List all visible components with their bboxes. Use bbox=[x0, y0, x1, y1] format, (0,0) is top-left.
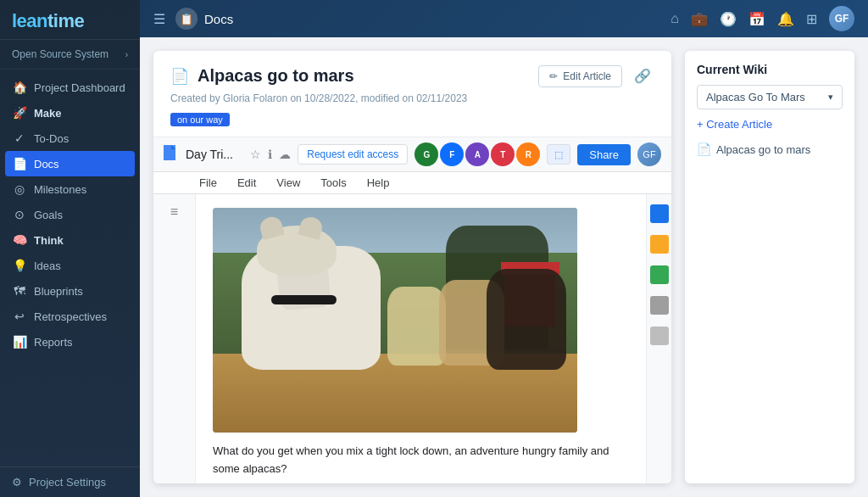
menu-file[interactable]: File bbox=[196, 174, 220, 192]
sidebar-item-label: To-Dos bbox=[34, 132, 69, 145]
wiki-article-item[interactable]: 📄 Alpacas go to mars bbox=[697, 139, 843, 159]
create-article-label: + Create Article bbox=[697, 118, 772, 131]
settings-label: Project Settings bbox=[29, 476, 106, 489]
retrospectives-icon: ↩ bbox=[12, 310, 27, 323]
create-article-link[interactable]: + Create Article bbox=[697, 118, 843, 131]
collaborator-avatar-5: R bbox=[516, 142, 540, 166]
link-icon[interactable]: 🔗 bbox=[631, 64, 654, 87]
calendar-nav-icon[interactable]: 📅 bbox=[748, 11, 765, 27]
bg-alpaca-dark bbox=[487, 269, 567, 370]
doc-panel: 📄 Alpacas go to mars ✏ Edit Article 🔗 Cr… bbox=[153, 51, 671, 483]
bell-nav-icon[interactable]: 🔔 bbox=[777, 11, 794, 27]
logo-area: leantime bbox=[0, 0, 140, 40]
clock-nav-icon[interactable]: 🕐 bbox=[720, 11, 737, 27]
sidebar-item-milestones[interactable]: ◎ Milestones bbox=[0, 176, 140, 202]
collaborator-avatar-4: T bbox=[491, 142, 515, 166]
right-sidebar-icon-2[interactable] bbox=[650, 235, 669, 254]
main-area: ☰ 📋 Docs ⌂ 💼 🕐 📅 🔔 ⊞ GF 📄 Alpacas go bbox=[140, 0, 868, 497]
cloud-save-icon: ☁ bbox=[279, 148, 291, 161]
sidebar-item-label: Think bbox=[34, 234, 64, 247]
outline-icon[interactable]: ≡ bbox=[170, 204, 178, 220]
blueprints-icon: 🗺 bbox=[12, 284, 27, 298]
project-settings[interactable]: ⚙ Project Settings bbox=[0, 466, 140, 497]
sidebar-item-reports[interactable]: 📊 Reports bbox=[0, 329, 140, 355]
sidebar-item-label: Docs bbox=[34, 158, 59, 170]
page-icon: 📋 bbox=[175, 8, 198, 30]
sidebar-item-project-dashboard[interactable]: 🏠 Project Dashboard bbox=[0, 75, 140, 100]
share-button[interactable]: Share bbox=[577, 144, 631, 165]
page-title-area: 📋 Docs bbox=[175, 8, 233, 30]
sidebar-item-label: Project Dashboard bbox=[34, 81, 125, 94]
sidebar-item-label: Make bbox=[34, 107, 62, 120]
doc-file-icon: 📄 bbox=[170, 67, 189, 86]
hamburger-menu[interactable]: ☰ bbox=[153, 11, 165, 27]
gdocs-doc-name: Day Tri... bbox=[186, 148, 243, 161]
nav-items: 🏠 Project Dashboard 🚀 Make ✓ To-Dos 📄 Do… bbox=[0, 70, 140, 466]
workspace-name: Open Source System bbox=[12, 48, 108, 60]
doc-title-row: 📄 Alpacas go to mars ✏ Edit Article 🔗 bbox=[170, 64, 654, 87]
sidebar-item-ideas[interactable]: 💡 Ideas bbox=[0, 253, 140, 278]
sidebar-item-label: Retrospectives bbox=[34, 310, 107, 323]
bg-alpaca-1 bbox=[387, 287, 446, 366]
wiki-selected-value: Alpacas Go To Mars bbox=[706, 91, 805, 103]
right-sidebar-icon-5[interactable] bbox=[650, 327, 669, 345]
topbar-left: ☰ 📋 Docs bbox=[153, 8, 233, 30]
topbar: ☰ 📋 Docs ⌂ 💼 🕐 📅 🔔 ⊞ GF bbox=[140, 0, 868, 37]
workspace-selector[interactable]: Open Source System › bbox=[0, 40, 140, 70]
doc-title-text: Alpacas go to mars bbox=[198, 66, 354, 86]
home-nav-icon[interactable]: ⌂ bbox=[670, 11, 679, 26]
content-area: 📄 Alpacas go to mars ✏ Edit Article 🔗 Cr… bbox=[140, 37, 868, 497]
sidebar-item-todos[interactable]: ✓ To-Dos bbox=[0, 126, 140, 151]
edit-btn-label: Edit Article bbox=[563, 70, 611, 82]
sidebar-item-label: Ideas bbox=[34, 260, 61, 272]
menu-view[interactable]: View bbox=[273, 174, 303, 192]
sidebar-item-label: Reports bbox=[34, 336, 73, 349]
topbar-right: ⌂ 💼 🕐 📅 🔔 ⊞ GF bbox=[670, 6, 854, 31]
reports-icon: 📊 bbox=[12, 335, 27, 349]
right-sidebar-icon-1[interactable] bbox=[650, 204, 669, 223]
gdocs-left-sidebar: ≡ bbox=[153, 194, 196, 483]
doc-tag: on our way bbox=[170, 113, 230, 126]
gdocs-frame: Day Tri... ☆ ℹ ☁ Request edit access G F… bbox=[153, 137, 671, 483]
ideas-icon: 💡 bbox=[12, 259, 27, 272]
settings-icon: ⚙ bbox=[12, 476, 22, 489]
gdocs-doc-icon bbox=[164, 145, 179, 164]
gdocs-right-sidebar bbox=[646, 194, 671, 483]
right-sidebar-icon-3[interactable] bbox=[650, 265, 669, 284]
right-sidebar-icon-4[interactable] bbox=[650, 296, 669, 315]
gdocs-extra-icon[interactable]: ⬚ bbox=[547, 144, 570, 165]
edit-article-button[interactable]: ✏ Edit Article bbox=[538, 65, 622, 87]
gdocs-user-avatar: GF bbox=[637, 142, 661, 166]
article-label: Alpacas go to mars bbox=[716, 143, 810, 156]
doc-body-text: What do you get when you mix a tight loc… bbox=[213, 443, 629, 478]
menu-tools[interactable]: Tools bbox=[317, 174, 349, 192]
article-doc-icon: 📄 bbox=[697, 142, 711, 156]
grid-nav-icon[interactable]: ⊞ bbox=[806, 11, 817, 27]
wiki-selector[interactable]: Alpacas Go To Mars ▾ bbox=[697, 85, 843, 109]
sidebar-item-make[interactable]: 🚀 Make bbox=[0, 100, 140, 126]
wiki-panel: Current Wiki Alpacas Go To Mars ▾ + Crea… bbox=[685, 51, 854, 483]
sidebar: leantime Open Source System › 🏠 Project … bbox=[0, 0, 140, 497]
menu-edit[interactable]: Edit bbox=[234, 174, 259, 192]
sidebar-item-retrospectives[interactable]: ↩ Retrospectives bbox=[0, 304, 140, 329]
workspace-chevron: › bbox=[125, 50, 128, 59]
sidebar-item-think[interactable]: 🧠 Think bbox=[0, 227, 140, 253]
info-icon: ℹ bbox=[268, 148, 272, 161]
briefcase-nav-icon[interactable]: 💼 bbox=[691, 11, 708, 27]
todos-icon: ✓ bbox=[12, 131, 27, 145]
sidebar-item-goals[interactable]: ⊙ Goals bbox=[0, 202, 140, 227]
request-edit-button[interactable]: Request edit access bbox=[298, 144, 408, 165]
sidebar-item-docs[interactable]: 📄 Docs bbox=[5, 151, 135, 176]
wiki-title: Current Wiki bbox=[697, 63, 843, 76]
doc-title: 📄 Alpacas go to mars bbox=[170, 66, 354, 86]
topbar-page-title: Docs bbox=[204, 12, 233, 26]
user-avatar[interactable]: GF bbox=[829, 6, 854, 31]
star-icon[interactable]: ☆ bbox=[250, 148, 261, 161]
sidebar-item-label: Milestones bbox=[34, 183, 86, 196]
wiki-select-chevron: ▾ bbox=[828, 92, 833, 103]
edit-icon: ✏ bbox=[549, 70, 558, 82]
menu-help[interactable]: Help bbox=[364, 174, 393, 192]
gdocs-tools-area: ⬚ bbox=[547, 144, 570, 165]
sidebar-item-blueprints[interactable]: 🗺 Blueprints bbox=[0, 278, 140, 304]
gdocs-menubar: File Edit View Tools Help bbox=[153, 172, 671, 194]
